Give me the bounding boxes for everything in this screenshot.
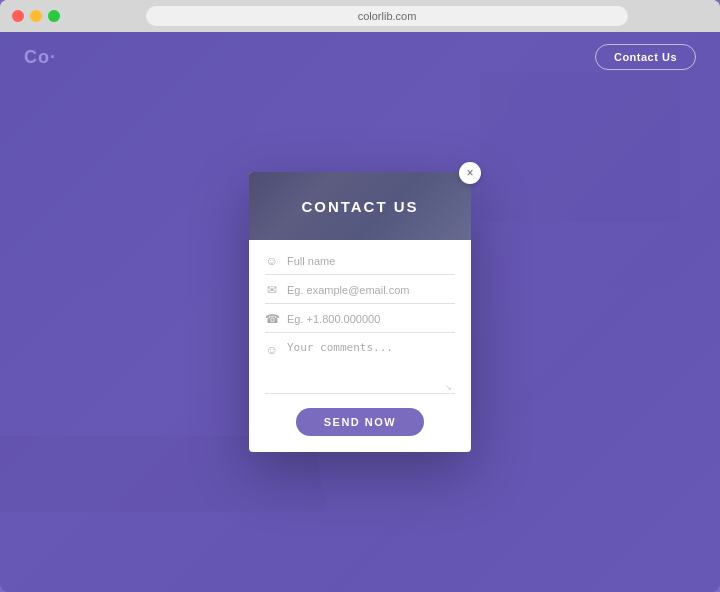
send-now-button[interactable]: SEND NOW (296, 408, 425, 436)
name-field-group: ☺ (265, 254, 455, 275)
modal-header: CONTACT US (249, 172, 471, 240)
minimize-button[interactable] (30, 10, 42, 22)
close-button[interactable] (12, 10, 24, 22)
modal-close-button[interactable]: × (459, 162, 481, 184)
comment-textarea[interactable] (287, 341, 455, 393)
comment-icon: ☺ (265, 343, 279, 357)
browser-window: colorlib.com Co· Contact Us × (0, 0, 720, 592)
resize-handle: ↘ (445, 383, 453, 391)
email-input[interactable] (287, 284, 455, 296)
modal-body: ☺ ✉ ☎ ☺ (249, 240, 471, 452)
maximize-button[interactable] (48, 10, 60, 22)
phone-field-group: ☎ (265, 312, 455, 333)
url-bar[interactable]: colorlib.com (146, 6, 628, 26)
url-text: colorlib.com (358, 10, 417, 22)
browser-titlebar: colorlib.com (0, 0, 720, 32)
email-field-group: ✉ (265, 283, 455, 304)
name-input[interactable] (287, 255, 455, 267)
comment-field-group: ☺ ↘ (265, 341, 455, 394)
close-icon: × (466, 166, 473, 180)
phone-input[interactable] (287, 313, 455, 325)
modal-title: CONTACT US (249, 172, 471, 240)
person-icon: ☺ (265, 254, 279, 268)
contact-modal: × CONTACT US ☺ (249, 172, 471, 452)
browser-content: Co· Contact Us × CONTACT US (0, 32, 720, 592)
modal-title-text: CONTACT US (301, 198, 418, 215)
modal-overlay: × CONTACT US ☺ (0, 32, 720, 592)
email-icon: ✉ (265, 283, 279, 297)
phone-icon: ☎ (265, 312, 279, 326)
submit-container: SEND NOW (265, 408, 455, 436)
